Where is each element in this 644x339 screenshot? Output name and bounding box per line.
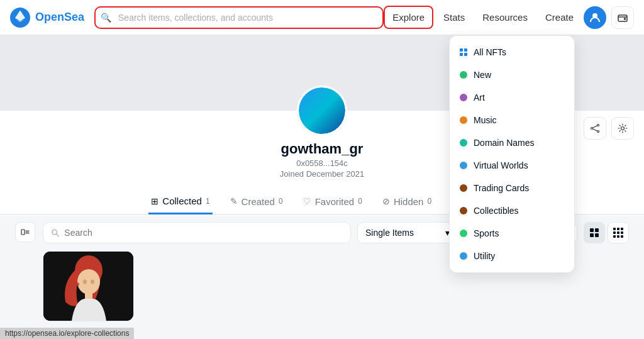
- single-items-dropdown[interactable]: Single Items ▾: [357, 222, 458, 243]
- art-icon: [460, 94, 467, 101]
- opensea-logo-icon: [10, 8, 30, 28]
- explore-button[interactable]: Explore: [384, 6, 433, 29]
- sports-icon: [460, 230, 467, 237]
- svg-point-9: [621, 127, 625, 130]
- settings-button[interactable]: [611, 117, 634, 140]
- nft-card-image: [43, 252, 134, 321]
- dropdown-item-new[interactable]: New: [450, 64, 574, 86]
- search-input[interactable]: [94, 6, 384, 29]
- hidden-icon: ⊘: [382, 196, 390, 206]
- create-button[interactable]: Create: [538, 7, 581, 28]
- dropdown-item-trading-cards[interactable]: Trading Cards: [450, 177, 574, 199]
- logo[interactable]: OpenSea: [10, 8, 84, 28]
- created-icon: ✎: [230, 196, 238, 206]
- profile-joined: Joined December 2021: [280, 169, 364, 179]
- user-icon: [589, 11, 601, 24]
- view-toggle: [584, 222, 629, 243]
- share-icon: [590, 123, 600, 133]
- tab-hidden[interactable]: ⊘ Hidden 0: [380, 190, 434, 214]
- utility-icon: [460, 252, 467, 260]
- svg-rect-3: [624, 18, 626, 19]
- grid-view-button[interactable]: [584, 222, 605, 243]
- search-bar: 🔍: [94, 6, 384, 29]
- svg-rect-10: [21, 230, 25, 235]
- all-nfts-icon: [460, 48, 467, 56]
- dropdown-item-domain-names[interactable]: Domain Names: [450, 131, 574, 154]
- collected-icon: ⊞: [151, 196, 158, 206]
- list-view-icon: [613, 228, 623, 238]
- share-button[interactable]: [584, 117, 606, 140]
- sidebar-toggle-icon: [21, 228, 30, 236]
- svg-line-7: [592, 126, 597, 128]
- sidebar-toggle-button[interactable]: [15, 222, 35, 242]
- collectibles-icon: [460, 207, 467, 214]
- dropdown-item-collectibles[interactable]: Collectibles: [450, 199, 574, 222]
- status-bar: https://opensea.io/explore-collections: [0, 328, 134, 339]
- virtual-worlds-icon: [460, 162, 467, 169]
- new-icon: [460, 71, 467, 79]
- dropdown-item-art[interactable]: Art: [450, 86, 574, 109]
- svg-point-5: [597, 131, 599, 133]
- wallet-button[interactable]: [611, 6, 634, 29]
- tab-created[interactable]: ✎ Created 0: [228, 190, 286, 214]
- explore-dropdown: All NFTs New Art Music Domain Names Virt…: [449, 35, 575, 273]
- resources-button[interactable]: Resources: [475, 7, 535, 28]
- tab-collected[interactable]: ⊞ Collected 1: [148, 189, 212, 214]
- profile-username: gowtham_gr: [281, 141, 364, 157]
- header: OpenSea 🔍 Explore Stats Resources Create: [0, 0, 644, 35]
- nav: Explore Stats Resources Create: [384, 6, 634, 29]
- dropdown-item-utility[interactable]: Utility: [450, 245, 574, 267]
- dropdown-item-music[interactable]: Music: [450, 109, 574, 131]
- dropdown-item-virtual-worlds[interactable]: Virtual Worlds: [450, 154, 574, 177]
- gear-icon: [618, 123, 628, 133]
- logo-text: OpenSea: [35, 11, 84, 24]
- search-icon: 🔍: [101, 13, 111, 23]
- list-view-button[interactable]: [608, 222, 629, 243]
- nft-image-svg: [43, 252, 134, 321]
- user-profile-button[interactable]: [584, 6, 606, 29]
- profile-actions: [584, 117, 634, 140]
- dropdown-item-sports[interactable]: Sports: [450, 222, 574, 245]
- svg-point-21: [83, 280, 87, 284]
- svg-point-22: [91, 280, 94, 284]
- domain-names-icon: [460, 139, 467, 147]
- svg-line-8: [592, 129, 597, 131]
- stats-button[interactable]: Stats: [436, 7, 472, 28]
- filter-search-icon: [51, 228, 59, 237]
- avatar: [297, 86, 347, 136]
- profile-address: 0x0558...154c: [296, 158, 348, 168]
- svg-line-15: [57, 234, 58, 236]
- dropdown-item-all-nfts[interactable]: All NFTs: [450, 41, 574, 64]
- wallet-icon: [617, 12, 628, 23]
- favorited-icon: ♡: [303, 196, 311, 206]
- music-icon: [460, 116, 467, 124]
- filter-search-container: [43, 222, 351, 243]
- filter-search-input[interactable]: [64, 228, 343, 238]
- svg-point-20: [75, 282, 79, 286]
- grid-view-icon: [590, 228, 599, 237]
- tab-favorited[interactable]: ♡ Favorited 0: [301, 190, 365, 214]
- nft-card[interactable]: [43, 251, 134, 321]
- svg-point-4: [597, 125, 599, 126]
- trading-cards-icon: [460, 184, 467, 192]
- svg-point-14: [52, 230, 57, 235]
- svg-point-18: [77, 269, 100, 294]
- svg-point-6: [591, 128, 593, 130]
